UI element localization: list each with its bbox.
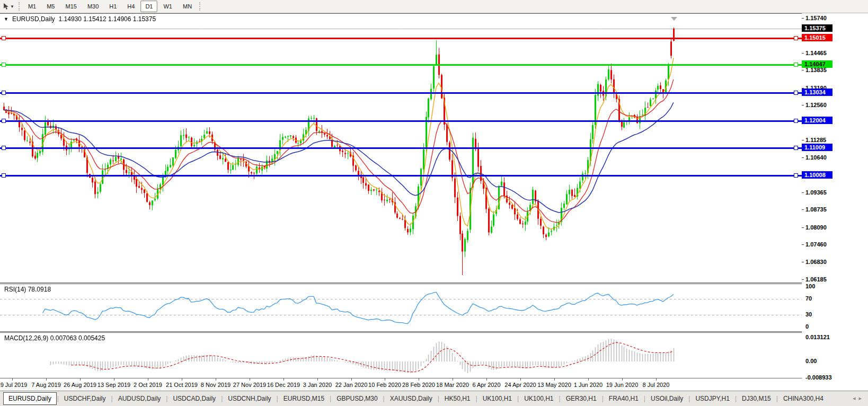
chart-tab-uk100-h1[interactable]: UK100,H1: [478, 393, 517, 404]
tab-scroll-arrows: ◂▸: [853, 395, 865, 402]
price-tick-label: 1.06185: [805, 276, 827, 283]
chart-tab-gbpusd-m30[interactable]: GBPUSD,M30: [332, 393, 382, 404]
rsi-scale-label: 100: [805, 283, 815, 289]
cursor-icon: [3, 3, 9, 10]
date-tick-mark: [46, 378, 47, 381]
price-tick-label: 1.15740: [805, 15, 827, 21]
chart-tab-fra40-h1[interactable]: FRA40,H1: [604, 393, 643, 404]
date-tick-mark: [284, 378, 284, 381]
toolbar-grip-2: [199, 2, 200, 11]
timeframe-button-m1[interactable]: M1: [23, 1, 41, 12]
price-tick-label: 1.06830: [805, 259, 827, 265]
tab-scroll-left-icon[interactable]: ◂: [853, 395, 859, 401]
date-tick-label: 3 Jan 2020: [303, 382, 332, 388]
date-tick-mark: [419, 378, 419, 381]
date-tick-mark: [486, 378, 487, 381]
rsi-indicator-label: RSI(14) 78.0918: [4, 286, 51, 293]
date-tick-label: 22 Jan 2020: [335, 382, 368, 388]
date-tick-mark: [182, 378, 182, 381]
date-tick-label: 1 Jun 2020: [574, 382, 603, 388]
timeframe-button-d1[interactable]: D1: [140, 1, 157, 12]
chart-tab-dj30-m15[interactable]: DJ30,M15: [737, 393, 776, 404]
date-tick-label: 24 Apr 2020: [504, 382, 536, 388]
date-tick-mark: [148, 378, 148, 381]
chart-tab-china300-h4[interactable]: CHINA300,H4: [778, 393, 828, 404]
timeframe-button-w1[interactable]: W1: [158, 1, 177, 12]
chart-tab-usoil-daily[interactable]: USOil,Daily: [646, 393, 688, 404]
rsi-canvas[interactable]: [0, 284, 802, 331]
date-tick-mark: [250, 378, 250, 381]
date-tick-label: 18 Mar 2020: [436, 382, 469, 388]
chart-ohlc-values: 1.14930 1.15412 1.14906 1.15375: [59, 15, 156, 23]
tab-scroll-right-icon[interactable]: ▸: [858, 395, 865, 401]
date-tick-mark: [588, 378, 589, 381]
date-tick-label: 8 Jul 2020: [643, 382, 670, 388]
main-chart-canvas[interactable]: [0, 14, 802, 283]
blue-line-badge-4: 1.10008: [802, 171, 832, 179]
chevron-down-icon: ▼: [10, 4, 14, 9]
chart-tab-xauusd-daily[interactable]: XAUUSD,Daily: [385, 393, 437, 404]
macd-canvas[interactable]: [0, 333, 802, 378]
date-tick-label: 13 May 2020: [537, 382, 571, 388]
macd-indicator-label: MACD(12,26,9) 0.007063 0.005425: [4, 334, 105, 342]
timeframe-button-mn[interactable]: MN: [178, 1, 197, 12]
price-tick-label: 1.09365: [805, 189, 827, 196]
price-tick-label: 1.08090: [805, 224, 827, 231]
date-tick-mark: [317, 378, 318, 381]
date-tick-label: 10 Feb 2020: [368, 382, 401, 388]
chart-tab-hk50-h1[interactable]: HK50,H1: [440, 393, 475, 404]
date-tick-label: 6 Apr 2020: [472, 382, 500, 388]
chart-tab-usdjpy-h1[interactable]: USDJPY,H1: [690, 393, 734, 404]
chart-tab-uk100-h1[interactable]: UK100,H1: [519, 393, 558, 404]
price-tick-label: 1.07460: [805, 241, 827, 248]
macd-scale-label: 0.013121: [805, 334, 830, 340]
date-tick-mark: [351, 378, 352, 381]
chart-tabs: EURUSD,Daily|USDCHF,Daily|AUDUSD,Daily|U…: [3, 392, 828, 405]
timeframe-button-m5[interactable]: M5: [42, 1, 59, 12]
price-tick-label: 1.11285: [805, 137, 826, 143]
date-tick-mark: [385, 378, 385, 381]
chart-tab-usdcnh-daily[interactable]: USDCNH,Daily: [223, 393, 276, 404]
price-tick-mark: [802, 53, 804, 54]
price-tick-label: 1.08735: [805, 206, 827, 213]
timeframe-button-h4[interactable]: H4: [122, 1, 139, 12]
price-tick-mark: [802, 227, 804, 228]
date-axis[interactable]: 19 Jul 20197 Aug 201926 Aug 201913 Sep 2…: [0, 378, 802, 391]
chart-tab-ger30-h1[interactable]: GER30,H1: [561, 393, 601, 404]
price-tick-mark: [802, 209, 804, 210]
timeframe-button-m30[interactable]: M30: [83, 1, 103, 12]
price-tick-mark: [802, 157, 804, 158]
chart-title: ▼EURUSD,Daily1.14930 1.15412 1.14906 1.1…: [4, 15, 156, 23]
date-tick-label: 8 Nov 2019: [201, 382, 231, 388]
rsi-scale-label: 30: [805, 311, 812, 317]
chart-tab-usdcad-daily[interactable]: USDCAD,Daily: [168, 393, 220, 404]
price-axis[interactable]: 1.157401.144651.138351.131901.125601.112…: [802, 13, 868, 378]
timeframe-button-m15[interactable]: M15: [60, 1, 81, 12]
rsi-scale-label: 0: [805, 323, 809, 330]
chart-tab-eurusd-m15[interactable]: EURUSD,M15: [279, 393, 329, 404]
date-tick-label: 21 Oct 2019: [166, 382, 198, 388]
date-tick-label: 13 Sep 2019: [98, 382, 130, 388]
cursor-tool-button[interactable]: ▼: [1, 1, 16, 12]
date-tick-mark: [12, 378, 13, 381]
price-tick-mark: [802, 140, 804, 140]
date-tick-mark: [520, 378, 521, 381]
date-tick-mark: [114, 378, 114, 381]
toolbar-grip: [19, 2, 20, 11]
price-tick-mark: [802, 244, 804, 245]
macd-scale-label: -0.008933: [805, 374, 832, 381]
chart-tab-audusd-daily[interactable]: AUDUSD,Daily: [113, 393, 166, 404]
date-tick-mark: [216, 378, 216, 381]
timeframe-button-h1[interactable]: H1: [104, 1, 121, 12]
price-tick-mark: [802, 18, 804, 19]
date-tick-label: 2 Oct 2019: [134, 382, 162, 388]
current-price-badge: 1.15375: [802, 24, 832, 32]
price-tick-mark: [802, 192, 804, 193]
symbol-dropdown-icon[interactable]: ▼: [4, 16, 8, 22]
date-tick-label: 19 Jun 2020: [606, 382, 639, 388]
chart-tab-usdchf-daily[interactable]: USDCHF,Daily: [59, 393, 111, 404]
support-line-badge: 1.14047: [802, 60, 832, 68]
chart-tab-eurusd-daily[interactable]: EURUSD,Daily: [3, 392, 57, 405]
chart-symbol-label: EURUSD,Daily: [12, 15, 55, 23]
price-tick-mark: [802, 262, 804, 262]
